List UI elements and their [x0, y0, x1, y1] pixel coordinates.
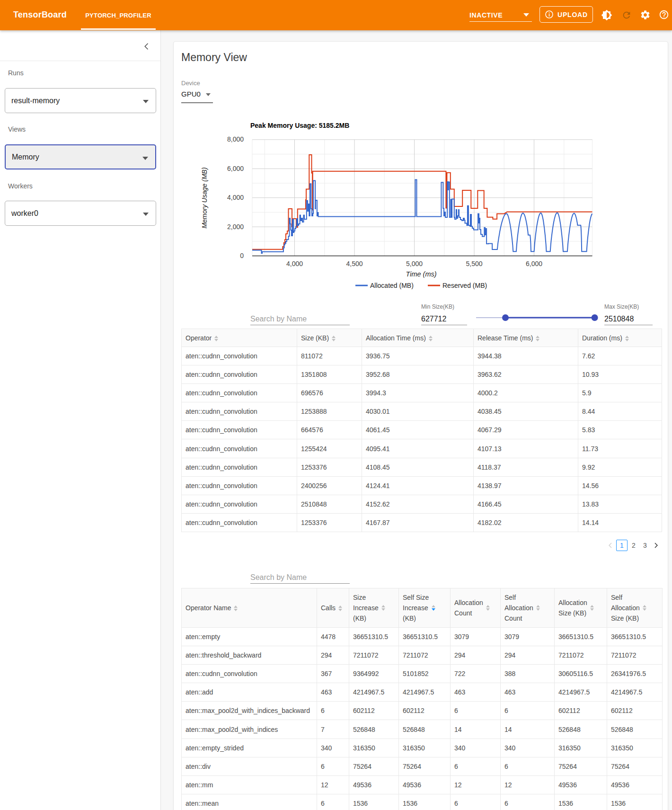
svg-text:Peak Memory Usage: 5185.2MB: Peak Memory Usage: 5185.2MB — [250, 122, 349, 129]
svg-text:4,000: 4,000 — [286, 260, 303, 267]
svg-text:5,500: 5,500 — [466, 260, 482, 267]
svg-text:Memory Usage (MB): Memory Usage (MB) — [201, 167, 208, 228]
svg-text:4,500: 4,500 — [346, 260, 363, 267]
svg-text:8,000: 8,000 — [227, 135, 244, 143]
svg-text:Reserved (MB): Reserved (MB) — [442, 282, 487, 289]
svg-text:6,000: 6,000 — [526, 260, 542, 267]
svg-text:Allocated (MB): Allocated (MB) — [370, 282, 414, 289]
svg-text:0: 0 — [240, 252, 244, 259]
svg-text:Time (ms): Time (ms) — [406, 270, 436, 278]
svg-text:5,000: 5,000 — [406, 260, 423, 267]
svg-text:2,000: 2,000 — [227, 223, 244, 231]
svg-text:4,000: 4,000 — [227, 194, 244, 201]
svg-text:6,000: 6,000 — [227, 165, 244, 172]
